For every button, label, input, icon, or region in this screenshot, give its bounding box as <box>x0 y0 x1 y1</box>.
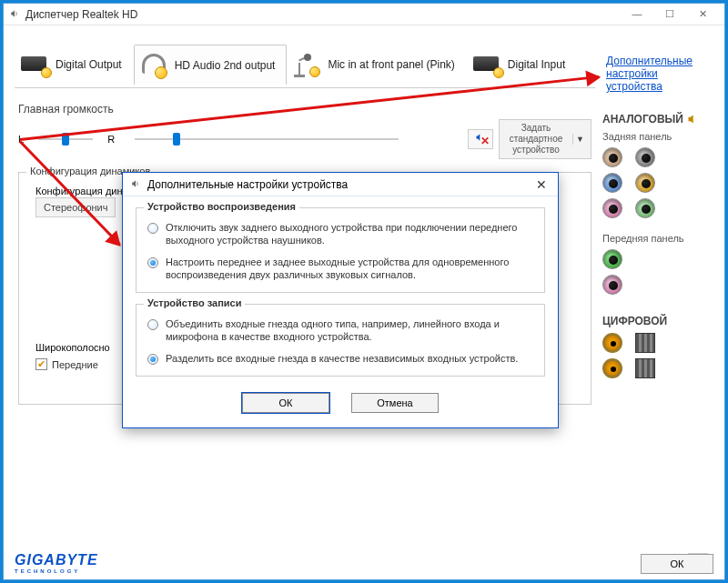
front-speakers-label: Передние <box>52 359 98 370</box>
jack-digital-coax-out[interactable] <box>602 333 622 353</box>
radio-selected-icon <box>147 257 158 268</box>
back-panel-jacks-row3 <box>602 198 713 218</box>
side-panel: Дополнительные настройки устройства АНАЛ… <box>602 47 713 384</box>
jack-digital-coax-in[interactable] <box>602 358 622 378</box>
radio-unselected-icon <box>147 319 158 330</box>
record-option-2[interactable]: Разделить все входные гнезда в качестве … <box>147 352 533 365</box>
radio-selected-icon <box>147 354 158 365</box>
close-button[interactable]: ✕ <box>686 5 719 24</box>
brand-name: GIGABYTE <box>15 552 98 568</box>
tab-mic-in-front-panel[interactable]: Mic in at front panel (Pink) <box>287 44 466 84</box>
tab-digital-input[interactable]: Digital Input <box>467 44 577 84</box>
analog-label: АНАЛОГОВЫЙ <box>602 113 683 126</box>
volume-slider[interactable] <box>135 132 399 146</box>
jack-blue[interactable] <box>602 173 622 193</box>
front-panel-jacks-row2 <box>602 275 713 295</box>
radio-unselected-icon <box>147 223 158 234</box>
dialog-speaker-icon <box>130 178 143 191</box>
playback-option-2-label: Настроить переднее и заднее выходные уст… <box>166 256 533 281</box>
record-option-1[interactable]: Объединить входные гнезда одного типа, н… <box>147 317 533 343</box>
digital-section-header: ЦИФРОВОЙ <box>602 315 713 327</box>
dialog-ok-button[interactable]: ОК <box>242 393 329 413</box>
dialog-title: Дополнительные настройки устройства <box>147 178 532 191</box>
window-title: Диспетчер Realtek HD <box>25 8 621 21</box>
set-default-device-button[interactable]: Задать стандартное устройство ▼ <box>499 119 592 159</box>
minimize-button[interactable]: — <box>621 5 653 24</box>
tab-label: Digital Input <box>508 58 565 71</box>
jack-front-green[interactable] <box>602 249 622 269</box>
back-panel-jacks-row1 <box>602 147 713 167</box>
record-group-legend: Устройство записи <box>144 297 245 308</box>
titlebar-speaker-icon <box>9 8 22 21</box>
playback-group-legend: Устройство воспроизведения <box>144 201 299 212</box>
microphone-icon <box>293 52 322 77</box>
app-window: Диспетчер Realtek HD — ☐ ✕ Digital Outpu… <box>3 3 725 580</box>
record-option-2-label: Разделить все входные гнезда в качестве … <box>166 352 518 365</box>
jack-front-pink[interactable] <box>602 275 622 295</box>
amplifier-icon <box>21 53 50 76</box>
record-device-group: Устройство записи Объединить входные гне… <box>136 304 545 377</box>
set-default-device-label: Задать стандартное устройство <box>503 123 569 156</box>
balance-right-label: R <box>107 134 115 145</box>
jack-black[interactable] <box>635 147 655 167</box>
digital-jacks-row1 <box>602 333 713 353</box>
playback-device-group: Устройство воспроизведения Отключить зву… <box>136 207 545 293</box>
mute-x-icon: ✕ <box>480 132 490 150</box>
dialog-cancel-button[interactable]: Отмена <box>351 393 439 413</box>
tab-label: Mic in at front panel (Pink) <box>328 58 454 71</box>
dialog-close-button[interactable]: ✕ <box>532 177 551 192</box>
jack-pink[interactable] <box>602 198 622 218</box>
tab-label: HD Audio 2nd output <box>175 59 276 72</box>
jack-orange[interactable] <box>602 147 622 167</box>
record-option-1-label: Объединить входные гнезда одного типа, н… <box>166 317 533 343</box>
main-ok-button[interactable]: ОК <box>641 554 713 574</box>
maximize-button[interactable]: ☐ <box>653 5 686 24</box>
playback-option-1-label: Отключить звук заднего выходного устройс… <box>166 221 533 246</box>
front-panel-jacks-row1 <box>602 249 713 269</box>
analog-section-header: АНАЛОГОВЫЙ <box>602 113 713 126</box>
titlebar: Диспетчер Realtek HD — ☐ ✕ <box>4 4 724 25</box>
digital-jacks-row2 <box>602 358 713 378</box>
dialog-titlebar: Дополнительные настройки устройства ✕ <box>123 173 558 196</box>
jack-yellow[interactable] <box>635 173 655 193</box>
dialog-buttons: ОК Отмена <box>123 387 558 427</box>
speaker-icon <box>687 114 699 125</box>
brand-subtitle: TECHNOLOGY <box>15 568 98 574</box>
tab-hd-audio-2nd-output[interactable]: HD Audio 2nd output <box>134 45 288 85</box>
checkbox-checked-icon: ✔ <box>35 358 47 370</box>
jack-green[interactable] <box>635 198 655 218</box>
chevron-down-icon[interactable]: ▼ <box>572 134 587 145</box>
brand-logo: GIGABYTE TECHNOLOGY <box>15 552 98 574</box>
footer: GIGABYTE TECHNOLOGY i <box>15 552 713 574</box>
additional-settings-dialog: Дополнительные настройки устройства ✕ Ус… <box>122 172 559 428</box>
back-panel-label: Задняя панель <box>602 131 713 142</box>
tab-label: Digital Output <box>56 58 122 71</box>
playback-option-1[interactable]: Отключить звук заднего выходного устройс… <box>147 221 533 246</box>
amplifier-icon <box>473 53 502 76</box>
headphones-icon <box>140 52 169 79</box>
front-panel-label: Передняя панель <box>602 233 713 244</box>
jack-digital-optical-in[interactable] <box>635 358 655 378</box>
mute-button[interactable]: ✕ <box>468 129 493 149</box>
back-panel-jacks-row2 <box>602 173 713 193</box>
tab-digital-output[interactable]: Digital Output <box>15 44 134 84</box>
playback-option-2[interactable]: Настроить переднее и заднее выходные уст… <box>147 256 533 281</box>
jack-digital-optical-out[interactable] <box>635 333 655 353</box>
additional-settings-link[interactable]: Дополнительные настройки устройства <box>602 47 713 100</box>
